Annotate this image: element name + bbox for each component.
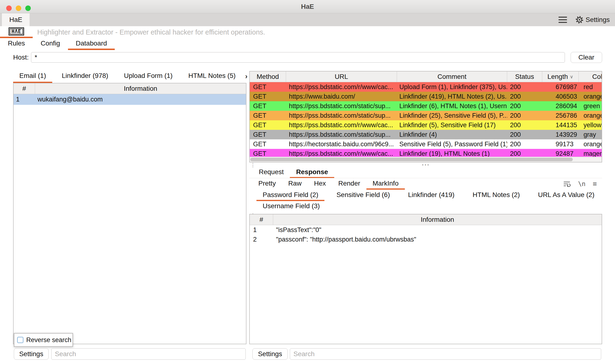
panel-splitter-handle[interactable]: ⋯ [249,162,602,167]
column-header-url[interactable]: URL [286,71,397,82]
tab-linkfinder[interactable]: Linkfinder (978) [56,70,114,83]
cell-color: yellow [579,120,602,130]
close-button[interactable] [6,5,12,11]
request-table-header: Method URL Comment Status Length ∨ Color [250,71,602,82]
right-settings-button[interactable]: Settings [252,348,288,360]
show-newlines-icon[interactable]: \n [578,180,586,187]
minimize-button[interactable] [16,5,21,11]
window-title: HaE [301,3,314,11]
tab-response[interactable]: Response [290,167,334,178]
cell-information: wukaifang@baidu.com [35,94,246,105]
left-search-input[interactable] [51,348,246,360]
request-history-table: Method URL Comment Status Length ∨ Color… [249,71,602,162]
cell-length: 143929 [542,130,579,139]
cell-color: red [579,82,602,92]
traffic-panel: Method URL Comment Status Length ∨ Color… [249,70,602,362]
left-settings-button[interactable]: Settings [14,348,49,360]
tab-linkfinder-mark[interactable]: Linkfinder (419) [402,190,461,201]
column-header-length[interactable]: Length ∨ [542,71,579,82]
tab-pretty[interactable]: Pretty [252,178,282,190]
hae-logo-tab: HΛE [0,26,33,38]
reverse-search-checkbox[interactable] [17,337,23,343]
table-row[interactable]: GET https://pss.bdstatic.com/static/sup.… [250,111,602,120]
cell-method: GET [250,92,286,101]
window-titlebar: HaE [0,0,615,13]
cell-information: "isPassText":"0" [273,225,602,235]
cell-status: 200 [507,111,542,120]
tab-databoard[interactable]: Databoard [68,38,115,50]
cell-color: gray [579,130,602,139]
cell-url: https://pss.bdstatic.com/static/sup... [286,101,397,111]
column-header-num[interactable]: # [14,83,35,94]
left-bottom-bar: Settings [13,348,246,360]
tab-url-as-a-value[interactable]: URL As A Value (2) [532,190,601,201]
cell-length: 286094 [542,101,579,111]
table-row[interactable]: 2 "passconf": "http://passport.baidu.com… [250,235,602,244]
tab-request[interactable]: Request [253,167,290,178]
tab-hex[interactable]: Hex [308,178,332,190]
column-header-color[interactable]: Color [579,71,602,82]
tab-upload-form[interactable]: Upload Form (1) [118,70,179,83]
table-row[interactable]: GET https://www.baidu.com/ Linkfinder (4… [250,92,602,101]
tab-password-field[interactable]: Password Field (2) [256,190,324,201]
host-bar: Host: Clear [0,50,615,65]
table-row[interactable]: 1 "isPassText":"0" [250,225,602,235]
scrollbar-thumb[interactable] [250,158,573,161]
column-header-method[interactable]: Method [250,71,286,82]
tab-html-notes-mark[interactable]: HTML Notes (2) [466,190,526,201]
column-header-num[interactable]: # [250,214,273,225]
traffic-lights [6,5,31,11]
cell-color: green [579,101,602,111]
table-row[interactable]: GET https://pss.bdstatic.com/static/sup.… [250,101,602,111]
tab-hae-label: HaE [9,16,22,24]
tab-render[interactable]: Render [332,178,366,190]
tab-rules[interactable]: Rules [0,38,33,50]
request-response-tabs: Request Response [249,167,602,178]
tab-markinfo[interactable]: MarkInfo [366,178,405,190]
cell-comment: Sensitive Field (5), Password Field (1) [397,139,507,149]
word-wrap-icon[interactable] [563,181,571,187]
right-bottom-bar: Settings [249,348,602,360]
tab-config[interactable]: Config [33,38,68,50]
cell-url: https://pss.bdstatic.com/r/www/cac... [286,120,397,130]
tab-raw[interactable]: Raw [282,178,308,190]
host-label: Host: [13,50,29,65]
table-row[interactable]: 1 wukaifang@baidu.com [14,94,246,105]
markinfo-table-header: # Information [250,214,602,225]
table-row[interactable]: GET https://hectorstatic.baidu.com/96c9.… [250,139,602,149]
table-row[interactable]: GET https://pss.bdstatic.com/static/sup.… [250,130,602,139]
zoom-button[interactable] [25,5,31,11]
right-search-input[interactable] [290,348,601,360]
tab-username-field[interactable]: Username Field (3) [256,201,326,212]
cell-status: 200 [507,101,542,111]
cell-comment: Linkfinder (6), HTML Notes (1), Usern... [397,101,507,111]
burp-settings-button[interactable]: Settings [576,16,610,24]
tabs-scroll-right-icon[interactable]: › [245,72,248,80]
cell-url: https://hectorstatic.baidu.com/96c9... [286,139,397,149]
hae-logo: HΛE [9,27,24,36]
layout-menu-icon[interactable] [558,16,568,24]
cell-status: 200 [507,92,542,101]
cell-length: 99173 [542,139,579,149]
table-row[interactable]: GET https://pss.bdstatic.com/r/www/cac..… [250,82,602,92]
cell-comment: Linkfinder (419), HTML Notes (2), Us... [397,92,507,101]
tab-hae[interactable]: HaE [2,13,29,26]
cell-num: 1 [14,94,35,105]
cell-url: https://pss.bdstatic.com/r/www/cac... [286,82,397,92]
table-row[interactable]: GET https://pss.bdstatic.com/r/www/cac..… [250,120,602,130]
column-header-comment[interactable]: Comment [397,71,507,82]
column-header-status[interactable]: Status [507,71,542,82]
tab-sensitive-field[interactable]: Sensitive Field (6) [330,190,396,201]
tab-html-notes[interactable]: HTML Notes (5) [182,70,242,83]
cell-method: GET [250,111,286,120]
cell-method: GET [250,120,286,130]
tab-email[interactable]: Email (1) [13,70,52,83]
column-header-information[interactable]: Information [35,83,246,94]
view-options-icon[interactable]: ≡ [593,180,597,188]
reverse-search-popup: Reverse search [14,333,73,347]
cell-status: 200 [507,120,542,130]
clear-button[interactable]: Clear [571,52,602,63]
column-header-information[interactable]: Information [273,214,602,225]
host-input[interactable] [31,52,565,63]
cell-url: https://www.baidu.com/ [286,92,397,101]
